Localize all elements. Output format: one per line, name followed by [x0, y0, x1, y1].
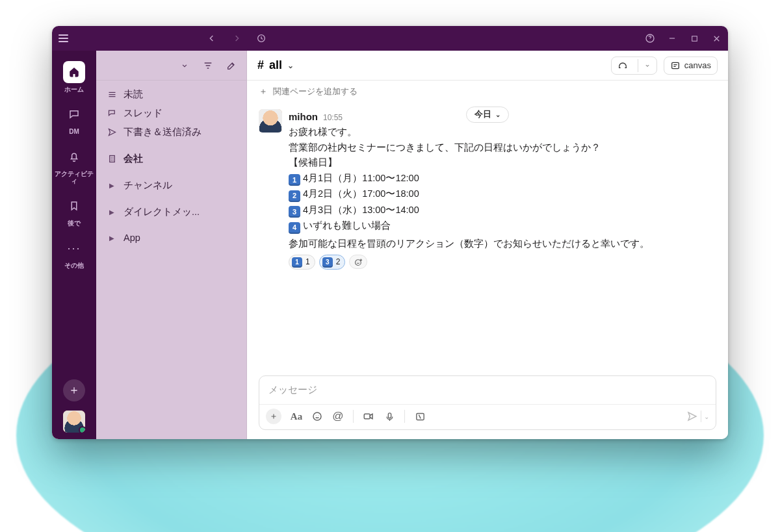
- sidebar-item-threads[interactable]: スレッド: [100, 105, 242, 122]
- message-list: 今日 ⌄ mihon 10:55 お疲れ様です。 営業部の社: [247, 103, 728, 375]
- rail-activity-label: アクティビティ: [55, 170, 94, 184]
- window-close-icon[interactable]: [711, 33, 722, 44]
- add-reaction-button[interactable]: [349, 255, 367, 269]
- rail-later-label: 後で: [68, 220, 81, 227]
- rail-home[interactable]: ホーム: [55, 57, 94, 97]
- channel-name-label: all: [269, 58, 282, 72]
- rail-dm-label: DM: [69, 128, 79, 135]
- plus-icon: [259, 87, 268, 96]
- message-body: お疲れ様です。 営業部の社内セミナーにつきまして、下記の日程はいかがでしょうか？…: [289, 125, 716, 251]
- canvas-label: canvas: [684, 60, 711, 70]
- rail-more-label: その他: [64, 262, 84, 269]
- message: mihon 10:55 お疲れ様です。 営業部の社内セミナーにつきまして、下記の…: [247, 105, 728, 272]
- workspace-switcher-icon[interactable]: [179, 60, 190, 71]
- nav-back-icon[interactable]: [207, 33, 217, 44]
- keycap-1-icon: 1: [289, 174, 300, 186]
- building-icon: [107, 154, 117, 164]
- send-options-button[interactable]: ⌄: [704, 413, 709, 420]
- chevron-down-icon: ⌄: [495, 111, 500, 118]
- canvas-button[interactable]: canvas: [664, 57, 718, 75]
- history-icon[interactable]: [256, 33, 266, 44]
- huddle-button[interactable]: [611, 57, 657, 75]
- message-line: いずれも難しい場合: [303, 220, 391, 231]
- channel-name-button[interactable]: # all ⌄: [257, 58, 294, 72]
- sidebar-item-unread[interactable]: 未読: [100, 86, 242, 103]
- emoji-button[interactable]: [311, 411, 323, 422]
- chevron-down-icon: ⌄: [287, 61, 294, 70]
- reaction-3[interactable]: 3 2: [319, 255, 346, 270]
- more-icon: ···: [63, 237, 85, 259]
- shortcuts-button[interactable]: [414, 411, 426, 422]
- compose-icon[interactable]: [226, 60, 237, 71]
- reaction-1[interactable]: 1 1: [289, 255, 315, 270]
- message-avatar[interactable]: [259, 109, 282, 133]
- rail-more[interactable]: ··· その他: [55, 233, 94, 273]
- dm-icon: [63, 103, 85, 125]
- rail-dm[interactable]: DM: [55, 99, 94, 139]
- sidebar-label: ダイレクトメッ...: [124, 206, 200, 218]
- mention-button[interactable]: @: [332, 411, 344, 422]
- presence-indicator: [79, 426, 85, 433]
- message-timestamp: 10:55: [323, 112, 343, 124]
- help-icon[interactable]: [645, 33, 655, 44]
- titlebar: [52, 26, 728, 51]
- caret-icon: ▶: [107, 181, 117, 191]
- audio-button[interactable]: [384, 411, 395, 422]
- send-button[interactable]: [686, 411, 698, 422]
- svg-point-6: [355, 260, 361, 266]
- sidebar-label: 下書き＆送信済み: [124, 126, 202, 138]
- sidebar-section-channels[interactable]: ▶ チャンネル: [100, 177, 242, 194]
- window-minimize-icon[interactable]: [667, 33, 677, 44]
- separator: [404, 410, 405, 423]
- svg-rect-3: [692, 36, 697, 41]
- svg-point-7: [357, 261, 358, 262]
- sidebar-header: [96, 51, 246, 81]
- sidebar-label: 未読: [124, 88, 143, 101]
- add-related-page[interactable]: 関連ページを追加する: [247, 81, 728, 103]
- rail-activity[interactable]: アクティビティ: [55, 142, 94, 188]
- message-line: 営業部の社内セミナーにつきまして、下記の日程はいかがでしょうか？: [289, 140, 716, 155]
- svg-rect-4: [109, 156, 114, 162]
- user-avatar[interactable]: [63, 411, 85, 433]
- message-line: 4月3日（水）13:00〜14:00: [303, 205, 419, 215]
- keycap-2-icon: 2: [289, 190, 300, 202]
- sidebar-section-dms[interactable]: ▶ ダイレクトメッ...: [100, 203, 242, 221]
- menu-icon[interactable]: [58, 34, 68, 42]
- filter-icon[interactable]: [202, 60, 214, 71]
- rail-later[interactable]: 後で: [55, 191, 94, 231]
- separator: [353, 410, 354, 423]
- date-divider[interactable]: 今日 ⌄: [466, 107, 509, 123]
- format-button[interactable]: Aa: [291, 411, 302, 422]
- svg-point-9: [313, 412, 321, 420]
- window-maximize-icon[interactable]: [689, 33, 699, 44]
- sidebar: 未読 スレッド 下書き＆送信済み 会社: [96, 51, 247, 439]
- keycap-4-icon: 4: [289, 222, 300, 234]
- attach-button[interactable]: [266, 409, 281, 424]
- sidebar-label: チャンネル: [124, 179, 172, 192]
- keycap-3-icon: 3: [322, 257, 333, 268]
- message-line: 4月1日（月）11:00〜12:00: [303, 173, 419, 183]
- sidebar-item-drafts[interactable]: 下書き＆送信済み: [100, 123, 242, 141]
- rail-add-button[interactable]: [63, 379, 85, 401]
- unread-icon: [107, 90, 117, 100]
- svg-point-8: [359, 261, 359, 262]
- sidebar-label: App: [124, 233, 140, 243]
- rail-home-label: ホーム: [64, 86, 84, 93]
- sidebar-section-company[interactable]: 会社: [100, 150, 242, 168]
- channel-view: # all ⌄ canvas 関連ページ: [247, 51, 728, 439]
- video-button[interactable]: [363, 411, 374, 422]
- composer-input[interactable]: メッセージ: [259, 376, 716, 404]
- message-username[interactable]: mihon: [289, 109, 318, 124]
- message-line: 参加可能な日程を冒頭のリアクション（数字）でお知らせいただけると幸いです。: [289, 236, 716, 251]
- separator: [701, 411, 701, 422]
- sidebar-label: 会社: [124, 153, 143, 165]
- svg-point-11: [318, 415, 318, 416]
- bookmark-icon: [63, 195, 85, 217]
- caret-icon: ▶: [107, 233, 117, 243]
- add-related-label: 関連ページを追加する: [273, 86, 358, 97]
- message-line: 4月2日（火）17:00〜18:00: [303, 188, 419, 199]
- svg-rect-13: [388, 412, 391, 418]
- nav-forward-icon: [231, 33, 242, 44]
- sidebar-label: スレッド: [124, 107, 162, 120]
- sidebar-section-apps[interactable]: ▶ App: [100, 230, 242, 246]
